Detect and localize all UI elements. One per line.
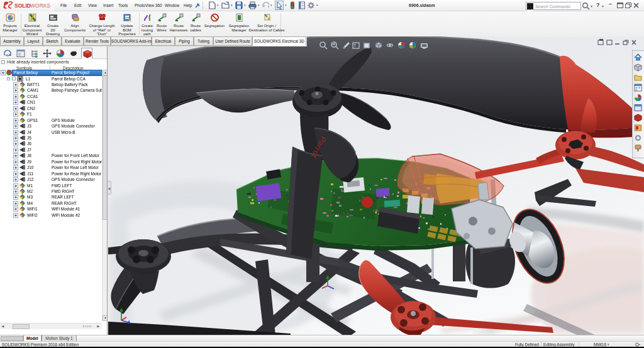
svg-text:SOLID: SOLID [14,3,31,9]
svg-text:T: T [353,43,357,48]
svg-text:WORKS: WORKS [30,3,50,9]
